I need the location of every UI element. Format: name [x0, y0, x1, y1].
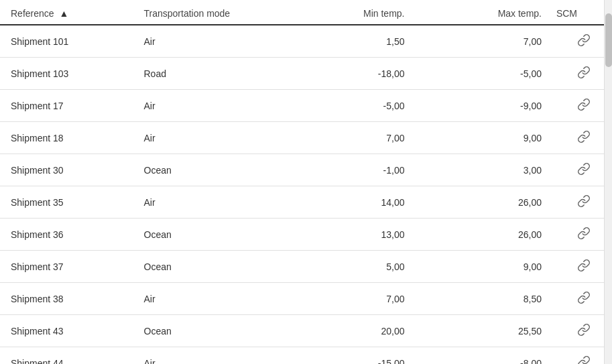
cell-scm — [548, 90, 604, 122]
cell-min-temp: 14,00 — [274, 186, 412, 219]
cell-min-temp: 13,00 — [274, 219, 412, 251]
cell-reference: Shipment 18 — [0, 122, 137, 154]
cell-min-temp: 7,00 — [274, 283, 412, 315]
scm-link-icon[interactable] — [577, 291, 591, 304]
table-row: Shipment 43 Ocean 20,00 25,50 — [0, 315, 604, 347]
cell-reference: Shipment 37 — [0, 251, 137, 283]
cell-transport: Air — [137, 122, 275, 154]
shipments-table: Reference ▲ Transportation mode Min temp… — [0, 0, 604, 364]
cell-reference: Shipment 38 — [0, 283, 137, 315]
table-row: Shipment 38 Air 7,00 8,50 — [0, 283, 604, 315]
cell-min-temp: 7,00 — [274, 122, 412, 154]
scm-link-icon[interactable] — [577, 227, 591, 240]
cell-transport: Ocean — [137, 315, 275, 347]
cell-max-temp: 9,00 — [412, 251, 549, 283]
cell-scm — [548, 283, 604, 315]
cell-scm — [548, 122, 604, 154]
cell-transport: Air — [137, 186, 275, 219]
page-wrapper: Reference ▲ Transportation mode Min temp… — [0, 0, 612, 364]
cell-transport: Air — [137, 90, 275, 122]
cell-scm — [548, 315, 604, 347]
cell-transport: Air — [137, 347, 275, 365]
cell-min-temp: 20,00 — [274, 315, 412, 347]
table-wrapper: Reference ▲ Transportation mode Min temp… — [0, 0, 604, 364]
col-header-transport[interactable]: Transportation mode — [137, 0, 275, 25]
cell-scm — [548, 186, 604, 219]
scm-link-icon[interactable] — [577, 194, 591, 208]
table-container: Reference ▲ Transportation mode Min temp… — [0, 0, 604, 364]
cell-max-temp: -5,00 — [412, 58, 549, 90]
cell-reference: Shipment 43 — [0, 315, 137, 347]
cell-max-temp: 9,00 — [412, 122, 549, 154]
cell-max-temp: 26,00 — [412, 219, 549, 251]
cell-reference: Shipment 17 — [0, 90, 137, 122]
cell-max-temp: 26,00 — [412, 186, 549, 219]
cell-scm — [548, 347, 604, 365]
col-header-max-temp[interactable]: Max temp. — [412, 0, 549, 25]
sort-asc-icon: ▲ — [59, 8, 68, 19]
scm-link-icon[interactable] — [577, 66, 591, 79]
cell-reference: Shipment 44 — [0, 347, 137, 365]
col-header-reference[interactable]: Reference ▲ — [0, 0, 137, 25]
cell-reference: Shipment 36 — [0, 219, 137, 251]
scm-link-icon[interactable] — [577, 162, 591, 176]
cell-max-temp: -8,00 — [412, 347, 549, 365]
cell-scm — [548, 154, 604, 186]
table-row: Shipment 101 Air 1,50 7,00 — [0, 25, 604, 58]
cell-scm — [548, 251, 604, 283]
scm-link-icon[interactable] — [577, 259, 591, 272]
cell-min-temp: -5,00 — [274, 90, 412, 122]
cell-reference: Shipment 35 — [0, 186, 137, 219]
cell-scm — [548, 25, 604, 58]
cell-scm — [548, 219, 604, 251]
col-header-scm[interactable]: SCM — [548, 0, 604, 25]
table-row: Shipment 17 Air -5,00 -9,00 — [0, 90, 604, 122]
scm-link-icon[interactable] — [577, 323, 591, 337]
cell-min-temp: -18,00 — [274, 58, 412, 90]
table-row: Shipment 30 Ocean -1,00 3,00 — [0, 154, 604, 186]
table-row: Shipment 103 Road -18,00 -5,00 — [0, 58, 604, 90]
scm-link-icon[interactable] — [577, 355, 591, 364]
col-header-min-temp[interactable]: Min temp. — [274, 0, 412, 25]
cell-reference: Shipment 101 — [0, 25, 137, 58]
cell-scm — [548, 58, 604, 90]
cell-transport: Ocean — [137, 154, 275, 186]
cell-min-temp: -15,00 — [274, 347, 412, 365]
table-row: Shipment 37 Ocean 5,00 9,00 — [0, 251, 604, 283]
scm-link-icon[interactable] — [577, 130, 591, 143]
cell-min-temp: 1,50 — [274, 25, 412, 58]
cell-transport: Air — [137, 283, 275, 315]
table-header-row: Reference ▲ Transportation mode Min temp… — [0, 0, 604, 25]
table-row: Shipment 18 Air 7,00 9,00 — [0, 122, 604, 154]
cell-max-temp: -9,00 — [412, 90, 549, 122]
cell-max-temp: 3,00 — [412, 154, 549, 186]
table-row: Shipment 44 Air -15,00 -8,00 — [0, 347, 604, 365]
cell-transport: Ocean — [137, 251, 275, 283]
table-row: Shipment 36 Ocean 13,00 26,00 — [0, 219, 604, 251]
scm-link-icon[interactable] — [577, 98, 591, 111]
cell-min-temp: -1,00 — [274, 154, 412, 186]
scm-link-icon[interactable] — [577, 34, 591, 47]
scroll-thumb[interactable] — [605, 13, 612, 67]
cell-max-temp: 7,00 — [412, 25, 549, 58]
cell-transport: Ocean — [137, 219, 275, 251]
cell-reference: Shipment 103 — [0, 58, 137, 90]
cell-max-temp: 25,50 — [412, 315, 549, 347]
cell-transport: Road — [137, 58, 275, 90]
cell-max-temp: 8,50 — [412, 283, 549, 315]
cell-transport: Air — [137, 25, 275, 58]
table-row: Shipment 35 Air 14,00 26,00 — [0, 186, 604, 219]
cell-reference: Shipment 30 — [0, 154, 137, 186]
cell-min-temp: 5,00 — [274, 251, 412, 283]
scrollbar[interactable] — [604, 0, 612, 364]
